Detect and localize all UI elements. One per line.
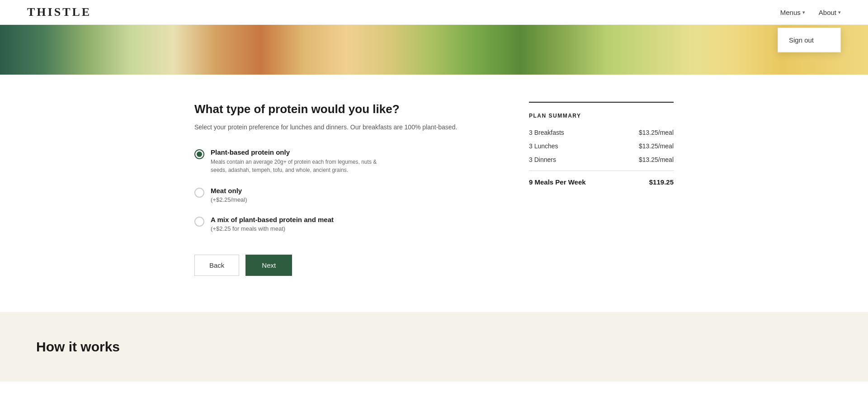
plan-summary-title: PLAN SUMMARY	[529, 113, 674, 119]
option-plant-based[interactable]: Plant-based protein only Meals contain a…	[194, 148, 475, 174]
plan-lunches-price: $13.25/meal	[639, 142, 674, 150]
option-meat-only-content: Meat only (+$2.25/meal)	[211, 187, 247, 203]
option-plant-based-content: Plant-based protein only Meals contain a…	[211, 148, 382, 174]
plan-summary-top-divider	[529, 102, 674, 103]
question-title: What type of protein would you like?	[194, 102, 475, 117]
plan-line-lunches: 3 Lunches $13.25/meal	[529, 142, 674, 150]
option-meat-only-label: Meat only	[211, 187, 247, 194]
plan-lunches-label: 3 Lunches	[529, 142, 558, 150]
plan-dinners-label: 3 Dinners	[529, 156, 556, 163]
plan-total-label: 9 Meals Per Week	[529, 178, 586, 186]
button-row: Back Next	[194, 255, 475, 276]
option-mix-label: A mix of plant-based protein and meat	[211, 216, 334, 223]
about-dropdown: Sign out	[778, 28, 841, 52]
sign-out-link[interactable]: Sign out	[778, 28, 840, 52]
back-button[interactable]: Back	[194, 255, 239, 276]
left-panel: What type of protein would you like? Sel…	[194, 102, 475, 276]
option-mix[interactable]: A mix of plant-based protein and meat (+…	[194, 216, 475, 232]
plan-breakfasts-price: $13.25/meal	[639, 129, 674, 136]
how-it-works-section: How it works	[0, 312, 868, 382]
main-content: What type of protein would you like? Sel…	[118, 75, 750, 294]
plan-total-price: $119.25	[649, 178, 674, 186]
plan-line-breakfasts: 3 Breakfasts $13.25/meal	[529, 129, 674, 136]
plan-summary-divider	[529, 171, 674, 171]
how-it-works-title: How it works	[36, 339, 832, 355]
option-plant-based-label: Plant-based protein only	[211, 148, 382, 156]
radio-plant-based[interactable]	[194, 149, 204, 159]
hero-image-strip	[0, 25, 868, 75]
right-panel: PLAN SUMMARY 3 Breakfasts $13.25/meal 3 …	[529, 102, 674, 276]
navbar: THISTLE Menus ▾ About ▾ Sign out	[0, 0, 868, 25]
question-subtitle: Select your protein preference for lunch…	[194, 123, 475, 132]
plan-breakfasts-label: 3 Breakfasts	[529, 129, 564, 136]
menus-nav-link[interactable]: Menus ▾	[780, 9, 805, 16]
next-button[interactable]: Next	[245, 255, 292, 276]
plan-dinners-price: $13.25/meal	[639, 156, 674, 163]
hero-image	[0, 25, 868, 75]
radio-mix[interactable]	[194, 217, 204, 227]
menus-chevron-icon: ▾	[802, 9, 805, 15]
option-mix-price: (+$2.25 for meals with meat)	[211, 225, 334, 232]
protein-option-group: Plant-based protein only Meals contain a…	[194, 148, 475, 232]
nav-right: Menus ▾ About ▾ Sign out	[780, 9, 841, 16]
about-nav-link[interactable]: About ▾	[819, 9, 841, 16]
option-plant-based-desc: Meals contain an average 20g+ of protein…	[211, 158, 382, 174]
option-mix-content: A mix of plant-based protein and meat (+…	[211, 216, 334, 232]
option-meat-only[interactable]: Meat only (+$2.25/meal)	[194, 187, 475, 203]
about-chevron-icon: ▾	[838, 9, 841, 15]
radio-meat-only[interactable]	[194, 188, 204, 198]
brand-logo: THISTLE	[27, 5, 91, 19]
plan-line-dinners: 3 Dinners $13.25/meal	[529, 156, 674, 163]
plan-total-row: 9 Meals Per Week $119.25	[529, 178, 674, 186]
option-meat-only-price: (+$2.25/meal)	[211, 196, 247, 203]
